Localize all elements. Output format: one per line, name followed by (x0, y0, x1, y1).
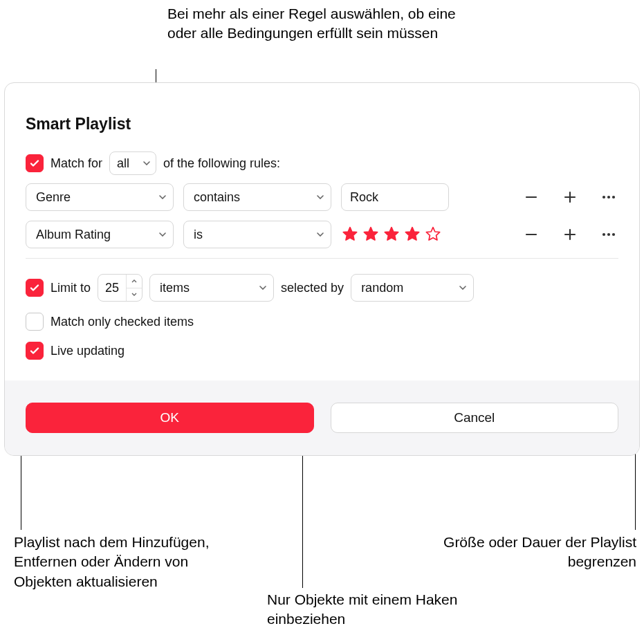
rule-operator-value: is (194, 228, 203, 242)
remove-rule-button[interactable] (522, 187, 541, 207)
chevron-down-icon (459, 286, 466, 290)
remove-rule-button[interactable] (522, 225, 541, 244)
rule-row: Album Rating is (26, 221, 618, 248)
callout-limit: Größe oder Dauer der Playlist begrenzen (443, 533, 636, 572)
chevron-down-icon (131, 293, 137, 296)
limit-unit-value: items (160, 281, 190, 295)
match-only-checked-checkbox[interactable] (26, 313, 44, 331)
callout-live-updating: Playlist nach dem Hinzufügen, Entfernen … (14, 533, 235, 591)
rule-field-value: Genre (36, 190, 71, 205)
stepper-down[interactable] (127, 288, 142, 302)
limit-label: Limit to (50, 281, 91, 295)
rule-field-select[interactable]: Genre (26, 183, 174, 211)
limit-value: 25 (98, 275, 127, 301)
rule-value-stars[interactable] (341, 226, 466, 243)
minus-icon (524, 227, 539, 242)
rule-value-input[interactable]: Rock (341, 183, 449, 211)
ellipsis-icon (601, 232, 616, 237)
smart-playlist-dialog: Smart Playlist Match for all of the foll… (4, 82, 640, 456)
rule-field-select[interactable]: Album Rating (26, 221, 174, 248)
cancel-button[interactable]: Cancel (331, 403, 619, 433)
chevron-up-icon (131, 279, 137, 283)
minus-icon (524, 190, 539, 205)
chevron-down-icon (143, 161, 150, 165)
live-updating-label: Live updating (50, 344, 125, 358)
rule-operator-value: contains (194, 190, 240, 205)
rule-value-text: Rock (350, 190, 378, 205)
match-suffix: of the following rules: (163, 156, 280, 171)
callout-match-mode: Bei mehr als einer Regel auswählen, ob e… (167, 4, 472, 44)
rule-field-value: Album Rating (36, 228, 111, 242)
limit-unit-select[interactable]: items (149, 274, 274, 302)
svg-point-3 (602, 196, 605, 199)
divider (26, 258, 618, 259)
star-filled-icon (403, 226, 421, 243)
limit-checkbox[interactable] (26, 279, 44, 297)
more-rule-button[interactable] (599, 225, 618, 244)
limit-stepper[interactable]: 25 (98, 274, 142, 302)
stepper-up[interactable] (127, 275, 142, 288)
match-prefix: Match for (50, 156, 102, 171)
svg-point-4 (607, 196, 610, 199)
dialog-title: Smart Playlist (26, 115, 618, 134)
match-mode-select[interactable]: all (109, 151, 156, 175)
selected-by-label: selected by (281, 281, 344, 295)
chevron-down-icon (159, 195, 166, 199)
svg-point-10 (607, 233, 610, 236)
plus-icon (562, 227, 578, 242)
add-rule-button[interactable] (560, 187, 580, 207)
add-rule-button[interactable] (560, 225, 580, 244)
ok-button[interactable]: OK (26, 403, 314, 433)
star-filled-icon (362, 226, 380, 243)
chevron-down-icon (317, 232, 324, 237)
star-filled-icon (341, 226, 359, 243)
svg-point-11 (612, 233, 615, 236)
svg-point-5 (612, 196, 615, 199)
more-rule-button[interactable] (599, 187, 618, 207)
callout-checked-items: Nur Objekte mit einem Haken einbeziehen (267, 590, 488, 629)
match-checkbox[interactable] (26, 154, 44, 172)
chevron-down-icon (317, 195, 324, 199)
chevron-down-icon (159, 232, 166, 237)
chevron-down-icon (259, 286, 266, 290)
star-empty-icon (424, 226, 442, 243)
rule-operator-select[interactable]: is (183, 221, 331, 248)
plus-icon (562, 190, 578, 205)
selected-by-value: random (361, 281, 403, 295)
match-only-checked-label: Match only checked items (50, 315, 194, 329)
ellipsis-icon (601, 195, 616, 199)
rule-row: Genre contains Rock (26, 183, 618, 211)
match-mode-value: all (117, 156, 129, 171)
live-updating-checkbox[interactable] (26, 342, 44, 360)
selected-by-select[interactable]: random (351, 274, 474, 302)
rule-operator-select[interactable]: contains (183, 183, 331, 211)
svg-point-9 (602, 233, 605, 236)
star-filled-icon (383, 226, 401, 243)
